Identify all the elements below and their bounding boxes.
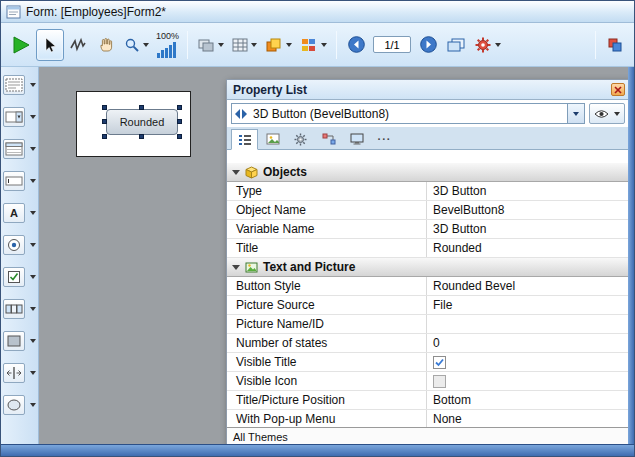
themes-filter[interactable]: All Themes: [227, 427, 629, 445]
property-value[interactable]: Rounded Bevel: [427, 277, 629, 295]
property-value[interactable]: None: [427, 410, 629, 427]
property-value[interactable]: [427, 353, 629, 371]
property-row: Object NameBevelButton8: [227, 201, 629, 220]
draw-tool-button[interactable]: [64, 29, 92, 61]
hand-tool-button[interactable]: [92, 29, 120, 61]
settings-gear-button[interactable]: [470, 29, 505, 61]
object-selector-value: 3D Button (BevelButton8): [250, 107, 567, 121]
tab-settings[interactable]: [287, 129, 314, 149]
tab-more[interactable]: ···: [371, 129, 398, 149]
close-button[interactable]: [611, 83, 625, 96]
zoom-control[interactable]: 100%: [156, 31, 179, 58]
property-list-header[interactable]: Property List: [227, 80, 629, 100]
checkbox-tool[interactable]: [3, 267, 36, 287]
insert-object-button[interactable]: [601, 29, 629, 61]
oval-icon: [6, 398, 22, 412]
property-value[interactable]: 3D Button: [427, 182, 629, 200]
execute-form-button[interactable]: [6, 29, 36, 61]
selector-dropdown-button[interactable]: [567, 104, 584, 123]
field-tool[interactable]: [3, 171, 36, 191]
button-bar-tool[interactable]: [3, 299, 36, 319]
selection-handle[interactable]: [139, 105, 144, 110]
tool-icon-box: [3, 331, 25, 351]
close-icon: [614, 86, 622, 94]
radio-button-tool[interactable]: [3, 235, 36, 255]
property-value[interactable]: File: [427, 296, 629, 314]
panel-title: Property List: [231, 83, 611, 97]
prev-page-button[interactable]: [342, 29, 370, 61]
property-row: Button StyleRounded Bevel: [227, 277, 629, 296]
palette-button[interactable]: [296, 29, 331, 61]
list-box-tool[interactable]: [3, 139, 36, 159]
collapse-triangle-icon[interactable]: [232, 170, 240, 175]
oval-tool[interactable]: [3, 395, 36, 415]
object-selector[interactable]: 3D Button (BevelButton8): [231, 103, 585, 124]
combo-box-tool[interactable]: [3, 107, 36, 127]
grid-icon: [232, 38, 248, 52]
windows-icon: [446, 37, 466, 53]
splitter-tool[interactable]: [3, 363, 36, 383]
tool-icon-box: [3, 75, 25, 95]
pointer-icon: [42, 37, 58, 53]
magnify-tool-button[interactable]: [120, 29, 153, 61]
property-value[interactable]: [427, 315, 629, 333]
chevron-down-icon: [30, 83, 36, 87]
list-icon: [238, 134, 252, 146]
chevron-down-icon: [30, 179, 36, 183]
property-row: With Pop-up MenuNone: [227, 410, 629, 427]
monitor-icon: [350, 133, 364, 145]
chevron-down-icon: [218, 43, 224, 47]
section-header[interactable]: Objects: [227, 163, 629, 182]
selection-handle[interactable]: [177, 105, 182, 110]
checkbox[interactable]: [433, 375, 446, 388]
form-window-icon: [6, 5, 21, 19]
titlebar[interactable]: Form: [Employees]Form2*: [1, 1, 634, 23]
section-header[interactable]: Text and Picture: [227, 258, 629, 277]
pointer-tool-button[interactable]: [36, 29, 64, 61]
page-indicator[interactable]: 1/1: [373, 36, 411, 53]
property-value[interactable]: 0: [427, 334, 629, 352]
tab-picture[interactable]: [259, 129, 286, 149]
selection-handle[interactable]: [177, 119, 182, 124]
property-key: Variable Name: [227, 220, 427, 238]
rounded-bevel-button[interactable]: Rounded: [106, 109, 178, 135]
property-value[interactable]: Bottom: [427, 391, 629, 409]
view-options-button[interactable]: [589, 103, 625, 124]
next-page-button[interactable]: [414, 29, 442, 61]
property-value[interactable]: [427, 372, 629, 390]
collapse-triangle-icon[interactable]: [232, 265, 240, 270]
play-icon: [10, 34, 32, 56]
selection-handle[interactable]: [102, 105, 107, 110]
view-mode-button[interactable]: [193, 29, 228, 61]
form-area[interactable]: Rounded: [76, 91, 191, 157]
tab-properties[interactable]: [231, 129, 258, 150]
tab-display[interactable]: [343, 129, 370, 149]
selection-handle[interactable]: [102, 134, 107, 139]
label-tool[interactable]: A: [3, 203, 36, 223]
tab-structure[interactable]: [315, 129, 342, 149]
property-row: Visible Icon: [227, 372, 629, 391]
tool-icon-box: [3, 171, 25, 191]
property-value[interactable]: 3D Button: [427, 220, 629, 238]
property-row: Picture SourceFile: [227, 296, 629, 315]
form-canvas[interactable]: Rounded Property List: [39, 67, 630, 446]
property-row: Picture Name/ID: [227, 315, 629, 334]
rectangle-tool[interactable]: [3, 331, 36, 351]
tool-icon-box: [3, 395, 25, 415]
checkbox[interactable]: [433, 356, 446, 369]
selection-handle[interactable]: [177, 134, 182, 139]
markers-button[interactable]: [228, 29, 261, 61]
color-scheme-button[interactable]: [261, 29, 296, 61]
object-selector-row: 3D Button (BevelButton8): [227, 100, 629, 127]
property-row: Visible Title: [227, 353, 629, 372]
property-key: Number of states: [227, 334, 427, 352]
chevron-down-icon: [286, 43, 292, 47]
property-value[interactable]: Rounded: [427, 239, 629, 257]
object-stamp-icon: [608, 38, 622, 52]
text-area-tool[interactable]: [3, 75, 36, 95]
chevron-down-icon: [614, 112, 620, 116]
property-value[interactable]: BevelButton8: [427, 201, 629, 219]
new-window-button[interactable]: [442, 29, 470, 61]
selection-handle[interactable]: [139, 134, 144, 139]
selection-handle[interactable]: [102, 119, 107, 124]
